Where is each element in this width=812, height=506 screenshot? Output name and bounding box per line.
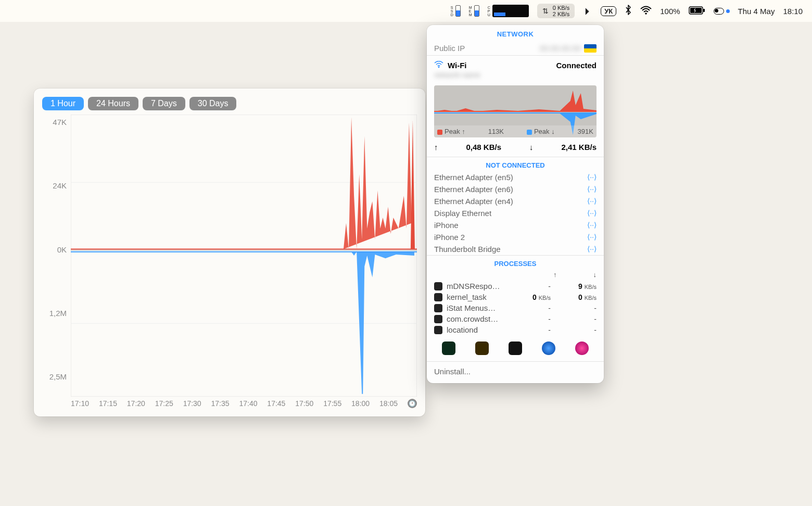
bluetooth-icon[interactable] [625, 5, 632, 18]
process-icon [434, 304, 442, 312]
ethernet-icon: ⟨··⟩ [587, 209, 597, 218]
network-utility-icon[interactable] [542, 341, 555, 355]
battery-percent: 100% [660, 7, 680, 16]
process-row[interactable]: kernel_task 0 KB/s 0 KB/s [427, 292, 604, 302]
x-axis: 17:10 17:15 17:20 17:25 17:30 17:35 17:4… [42, 397, 417, 408]
battery-icon[interactable] [689, 6, 705, 16]
airplay-icon[interactable]: ⏵ [583, 6, 592, 17]
ssd-widget[interactable]: SSD [451, 5, 461, 17]
chart-window: 1 Hour 24 Hours 7 Days 30 Days 47K 24K 0… [34, 88, 425, 416]
cpu-widget[interactable]: CPU [488, 5, 529, 17]
menubar-time[interactable]: 18:10 [783, 7, 803, 16]
menubar-date[interactable]: Thu 4 May [738, 7, 775, 16]
tab-24-hours[interactable]: 24 Hours [88, 97, 138, 110]
tab-1-hour[interactable]: 1 Hour [42, 97, 84, 110]
net-down-rate: 2 KB/s [553, 11, 569, 17]
net-arrows-icon: ⇅ [542, 7, 549, 15]
process-icon [434, 293, 442, 301]
istat-icon[interactable] [575, 341, 589, 355]
ethernet-icon: ⟨··⟩ [587, 221, 597, 230]
process-icon [434, 282, 442, 290]
wifi-ssid: network-name [434, 71, 597, 79]
svg-rect-2 [703, 9, 705, 12]
network-widget[interactable]: ⇅ 0 KB/s 2 KB/s [537, 4, 575, 18]
ethernet-icon: ⟨··⟩ [587, 233, 597, 242]
svg-point-10 [438, 67, 440, 68]
activity-monitor-icon[interactable] [442, 341, 455, 355]
process-row[interactable]: com.crowdst… - - [427, 313, 604, 324]
tab-30-days[interactable]: 30 Days [189, 97, 237, 110]
process-row[interactable]: locationd - - [427, 324, 604, 335]
process-row[interactable]: mDNSRespo… - 9 KB/s [427, 281, 604, 292]
process-row[interactable]: iStat Menus… - - [427, 302, 604, 313]
console-icon[interactable] [475, 341, 489, 355]
flag-ukraine-icon [584, 44, 597, 53]
ethernet-icon: ⟨··⟩ [587, 245, 597, 254]
time-range-tabs: 1 Hour 24 Hours 7 Days 30 Days [42, 97, 417, 110]
y-axis: 47K 24K 0K 1,2M 2,5M [42, 115, 71, 397]
wifi-icon [434, 61, 443, 70]
ethernet-icon: ⟨··⟩ [587, 173, 597, 182]
control-center-icon[interactable] [714, 8, 730, 15]
process-header: ↑↓ [427, 270, 604, 281]
terminal-icon[interactable] [509, 341, 522, 355]
network-heading: NETWORK [427, 25, 604, 41]
uninstall-button[interactable]: Uninstall... [427, 362, 604, 383]
public-ip-row[interactable]: Public IP 00.00.00.00 [427, 41, 604, 55]
network-chart [71, 115, 417, 397]
ethernet-icon: ⟨··⟩ [587, 185, 597, 194]
app-launcher-row [427, 335, 604, 361]
process-icon [434, 315, 442, 323]
menubar: SSD MEM CPU ⇅ 0 KB/s 2 KB/s ⏵ УК 100% Th… [0, 0, 812, 22]
wifi-section[interactable]: Wi-Fi Connected network-name [427, 56, 604, 82]
processes-heading: PROCESSES [427, 256, 604, 270]
not-connected-heading: NOT CONNECTED [427, 157, 604, 171]
process-icon [434, 326, 442, 334]
clock-icon[interactable]: 🕐 [408, 399, 417, 408]
device-row[interactable]: Display Ethernet⟨··⟩ [427, 207, 604, 219]
mem-widget[interactable]: MEM [469, 5, 479, 17]
mini-network-chart: Peak ↑ 113K Peak ↓ 391K [434, 85, 597, 137]
current-rate-row: ↑0,48 KB/s ↓2,41 KB/s [427, 137, 604, 157]
device-row[interactable]: iPhone 2⟨··⟩ [427, 231, 604, 243]
ethernet-icon: ⟨··⟩ [587, 197, 597, 206]
device-row[interactable]: Ethernet Adapter (en4)⟨··⟩ [427, 195, 604, 207]
device-row[interactable]: Ethernet Adapter (en5)⟨··⟩ [427, 171, 604, 183]
device-row[interactable]: Ethernet Adapter (en6)⟨··⟩ [427, 183, 604, 195]
device-list: Ethernet Adapter (en5)⟨··⟩ Ethernet Adap… [427, 171, 604, 255]
device-row[interactable]: iPhone⟨··⟩ [427, 219, 604, 231]
wifi-icon[interactable] [640, 6, 652, 17]
tab-7-days[interactable]: 7 Days [143, 97, 185, 110]
svg-point-0 [645, 12, 647, 15]
network-panel: NETWORK Public IP 00.00.00.00 Wi-Fi Conn… [427, 25, 604, 383]
input-language[interactable]: УК [601, 6, 616, 16]
device-row[interactable]: Thunderbolt Bridge⟨··⟩ [427, 243, 604, 255]
public-ip-value: 00.00.00.00 [540, 44, 581, 53]
process-list: mDNSRespo… - 9 KB/s kernel_task 0 KB/s 0… [427, 281, 604, 335]
net-up-rate: 0 KB/s [553, 5, 569, 11]
